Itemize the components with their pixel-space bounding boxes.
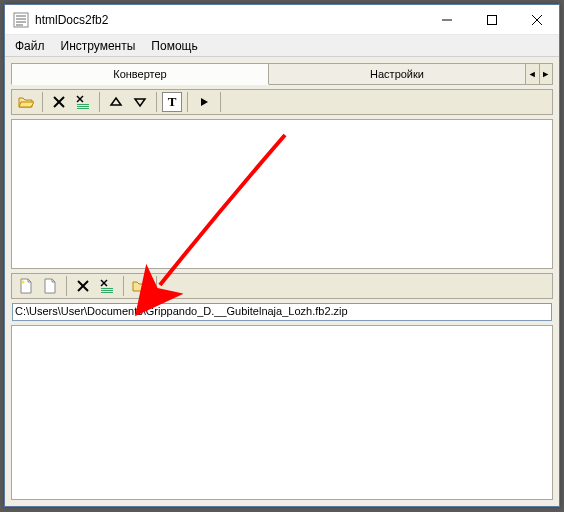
tab-scroll-right-icon[interactable]: ► xyxy=(540,64,553,84)
separator xyxy=(220,92,221,112)
run-button[interactable] xyxy=(193,91,215,113)
svg-rect-15 xyxy=(77,108,89,109)
open-folder-button[interactable] xyxy=(129,275,151,297)
app-icon xyxy=(13,12,29,28)
menu-file[interactable]: Файл xyxy=(7,37,53,55)
top-toolbar: T xyxy=(11,89,553,115)
separator xyxy=(99,92,100,112)
new-doc-button[interactable] xyxy=(15,275,37,297)
doc-button[interactable] xyxy=(39,275,61,297)
menu-tools[interactable]: Инструменты xyxy=(53,37,144,55)
titlebar[interactable]: htmlDocs2fb2 xyxy=(5,5,559,35)
move-down-button[interactable] xyxy=(129,91,151,113)
menubar: Файл Инструменты Помощь xyxy=(5,35,559,57)
separator xyxy=(156,92,157,112)
svg-rect-22 xyxy=(101,290,113,291)
client-area: Конвертер Настройки ◄ ► xyxy=(5,57,559,506)
svg-rect-13 xyxy=(77,104,89,105)
output-panel[interactable] xyxy=(11,325,553,500)
title-button[interactable]: T xyxy=(162,92,182,112)
separator xyxy=(187,92,188,112)
close-button[interactable] xyxy=(514,5,559,34)
svg-rect-21 xyxy=(101,288,113,289)
svg-rect-6 xyxy=(487,15,496,24)
svg-rect-14 xyxy=(77,106,89,107)
source-list-panel[interactable] xyxy=(11,119,553,269)
delete-output-button[interactable] xyxy=(72,275,94,297)
delete-button[interactable] xyxy=(48,91,70,113)
separator xyxy=(66,276,67,296)
window-title: htmlDocs2fb2 xyxy=(35,13,424,27)
tab-scroll-left-icon[interactable]: ◄ xyxy=(526,64,540,84)
separator xyxy=(42,92,43,112)
open-file-button[interactable] xyxy=(15,91,37,113)
move-up-button[interactable] xyxy=(105,91,127,113)
clear-list-button[interactable] xyxy=(72,91,94,113)
separator xyxy=(123,276,124,296)
menu-help[interactable]: Помощь xyxy=(143,37,205,55)
svg-point-16 xyxy=(22,281,25,284)
svg-rect-23 xyxy=(101,292,113,293)
minimize-button[interactable] xyxy=(424,5,469,34)
bottom-toolbar xyxy=(11,273,553,299)
tab-converter[interactable]: Конвертер xyxy=(11,63,269,85)
tabs-row: Конвертер Настройки ◄ ► xyxy=(11,63,553,85)
tab-scroll: ◄ ► xyxy=(525,63,553,85)
app-window: htmlDocs2fb2 Файл Инструменты Помощь Кон… xyxy=(4,4,560,507)
separator xyxy=(156,276,157,296)
clear-output-button[interactable] xyxy=(96,275,118,297)
tab-settings[interactable]: Настройки xyxy=(268,63,526,85)
output-path-field[interactable]: C:\Users\User\Documents\Grippando_D.__Gu… xyxy=(12,303,552,321)
maximize-button[interactable] xyxy=(469,5,514,34)
